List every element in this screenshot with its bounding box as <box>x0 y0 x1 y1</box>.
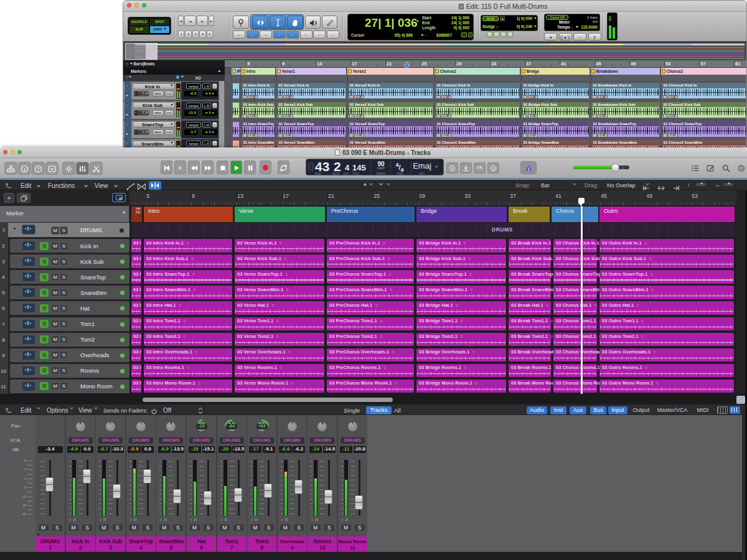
svg-text:?: ? <box>37 167 40 171</box>
svg-text:S: S <box>492 167 495 170</box>
